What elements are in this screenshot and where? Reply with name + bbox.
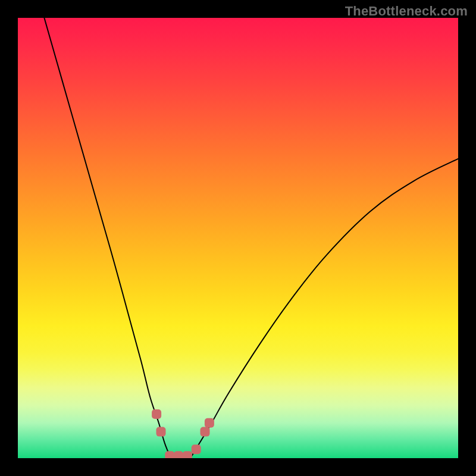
highlight-marker <box>205 418 214 428</box>
highlight-marker <box>165 451 174 458</box>
bottleneck-curve-path <box>44 18 458 458</box>
highlight-marker <box>152 409 161 419</box>
gradient-plot-area <box>18 18 458 458</box>
chart-frame: TheBottleneck.com <box>0 0 476 476</box>
highlight-marker <box>156 427 166 437</box>
highlight-markers-group <box>152 409 214 458</box>
highlight-marker <box>183 451 192 458</box>
highlight-marker <box>201 427 210 437</box>
highlight-marker <box>192 444 201 454</box>
curve-layer <box>18 18 458 458</box>
watermark-text: TheBottleneck.com <box>345 4 468 19</box>
highlight-marker <box>174 451 183 458</box>
